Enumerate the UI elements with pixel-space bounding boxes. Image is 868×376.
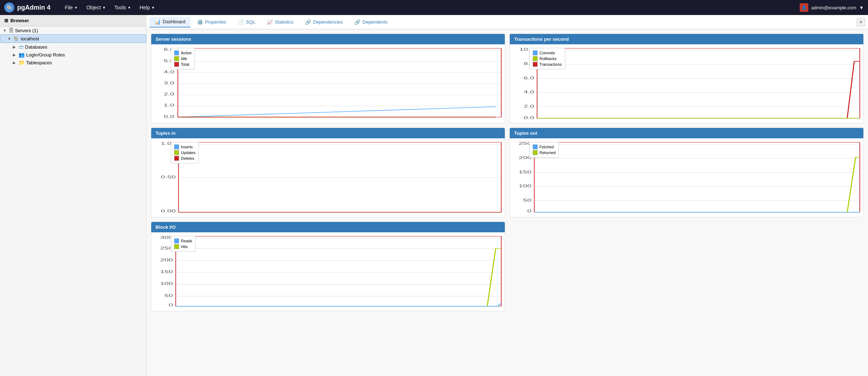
close-tab-button[interactable]: ✕ [857, 18, 865, 26]
tools-arrow-icon: ▼ [128, 6, 131, 10]
sql-tab-icon: 📄 [238, 19, 244, 25]
legend-item-hits: Hits [174, 244, 192, 249]
legend-item-active: Active [174, 50, 192, 55]
nav-file[interactable]: File ▼ [61, 3, 81, 12]
browser-icon: ⊞ [4, 18, 8, 23]
databases-expand-icon: ▶ [13, 45, 17, 49]
reads-label: Reads [181, 239, 192, 243]
tuples-in-body: 1.00 0.50 0.00 [151, 138, 505, 217]
hits-color [174, 244, 179, 249]
tuples-out-title: Tuples out [514, 130, 537, 136]
tab-statistics-label: Statistics [275, 19, 294, 25]
legend-item-updates: Updates [174, 150, 196, 155]
returned-label: Returned [539, 150, 556, 155]
dashboard-content: Server sessions 6.0 5.0 4.0 3.0 2.0 1.0 … [147, 29, 868, 376]
tab-sql-label: SQL [246, 19, 255, 25]
svg-text:0.50: 0.50 [161, 174, 176, 179]
tab-dashboard[interactable]: 📊 Dashboard [149, 17, 191, 28]
tab-dependencies[interactable]: 🔗 Dependencies [300, 17, 348, 27]
app-logo: 🐘 [4, 3, 14, 13]
commits-color [533, 50, 538, 55]
svg-rect-14 [178, 48, 501, 117]
localhost-expand-icon: ▼ [8, 37, 12, 41]
sidebar-item-localhost[interactable]: ▼ 🐘 localhost [0, 34, 146, 43]
active-label: Active [181, 51, 192, 55]
inserts-label: Inserts [181, 145, 193, 149]
block-io-chart: 300 250 200 150 100 50 0 [153, 234, 503, 309]
dashboard-tab-icon: 📊 [154, 19, 161, 25]
sidebar-item-login-roles[interactable]: ▶ 👥 Login/Group Roles [0, 51, 146, 59]
total-label: Total [181, 62, 189, 66]
reads-color [174, 238, 179, 243]
server-sessions-title: Server sessions [156, 36, 191, 42]
object-arrow-icon: ▼ [102, 6, 106, 10]
content-area: 📊 Dashboard ⚙️ Properties 📄 SQL 📈 Statis… [147, 15, 868, 376]
legend-item-commits: Commits [533, 50, 562, 55]
servers-node-icon: 🗄 [9, 28, 14, 33]
server-sessions-chart: 6.0 5.0 4.0 3.0 2.0 1.0 0.0 [153, 46, 503, 121]
tablespaces-label: Tablespaces [26, 60, 52, 65]
nav-tools[interactable]: Tools ▼ [111, 3, 135, 12]
tab-dependents[interactable]: 🔗 Dependents [349, 17, 393, 27]
legend-item-deletes: Deletes [174, 156, 196, 161]
total-color [174, 62, 179, 67]
statistics-tab-icon: 📈 [267, 19, 273, 25]
legend-item-idle: Idle [174, 56, 192, 61]
svg-text:0: 0 [169, 302, 173, 307]
svg-text:100: 100 [160, 281, 173, 286]
svg-text:50: 50 [164, 293, 173, 298]
main-layout: ⊞ Browser ▼ 🗄 Servers (1) ▼ 🐘 localhost … [0, 15, 868, 376]
tab-statistics[interactable]: 📈 Statistics [262, 17, 299, 27]
svg-text:150: 150 [160, 269, 173, 274]
legend-item-total: Total [174, 62, 192, 67]
svg-text:0.0: 0.0 [524, 115, 534, 120]
legend-item-transactions: Transactions [533, 62, 562, 67]
close-icon: ✕ [859, 20, 863, 25]
svg-text:6.0: 6.0 [524, 75, 534, 80]
servers-label: Servers (1) [15, 28, 38, 33]
tab-properties[interactable]: ⚙️ Properties [192, 17, 231, 27]
rollbacks-color [533, 56, 538, 61]
updates-label: Updates [181, 150, 196, 155]
svg-text:50: 50 [523, 198, 532, 202]
tab-dependents-label: Dependents [363, 19, 388, 25]
svg-text:3.0: 3.0 [164, 80, 174, 85]
file-arrow-icon: ▼ [74, 6, 78, 10]
tuples-out-legend: Fetched Returned [529, 142, 559, 158]
tab-bar: 📊 Dashboard ⚙️ Properties 📄 SQL 📈 Statis… [147, 15, 868, 29]
tablespaces-expand-icon: ▶ [13, 61, 17, 65]
login-roles-label: Login/Group Roles [26, 52, 65, 58]
tab-sql[interactable]: 📄 SQL [233, 17, 260, 27]
svg-text:2.0: 2.0 [164, 92, 174, 97]
legend-item-inserts: Inserts [174, 144, 196, 149]
localhost-node-icon: 🐘 [13, 36, 19, 41]
user-email: admin@example.com [811, 5, 856, 10]
svg-text:0.0: 0.0 [164, 114, 174, 119]
app-title: pgAdmin 4 [17, 4, 50, 11]
tuples-out-body: 250 200 150 100 50 0 [510, 138, 863, 217]
transactions-header: Transactions per second [510, 34, 863, 44]
user-avatar-icon: 👤 [800, 3, 808, 12]
idle-label: Idle [181, 56, 187, 61]
login-roles-expand-icon: ▶ [13, 53, 17, 57]
tablespaces-node-icon: 📁 [19, 60, 25, 65]
block-io-header: Block I/O [151, 222, 505, 232]
databases-label: Databases [25, 44, 47, 50]
fetched-label: Fetched [539, 145, 554, 149]
sidebar-item-databases[interactable]: ▶ 🗃 Databases [0, 43, 146, 51]
active-color [174, 50, 179, 55]
legend-item-reads: Reads [174, 238, 192, 243]
svg-text:0: 0 [527, 208, 532, 213]
sidebar-item-servers[interactable]: ▼ 🗄 Servers (1) [0, 26, 146, 34]
svg-text:0.00: 0.00 [161, 208, 176, 213]
sidebar: ⊞ Browser ▼ 🗄 Servers (1) ▼ 🐘 localhost … [0, 15, 147, 376]
sidebar-item-tablespaces[interactable]: ▶ 📁 Tablespaces [0, 59, 146, 66]
transactions-panel: Transactions per second 10.0 8.0 6.0 4.0… [509, 34, 864, 123]
svg-text:2.0: 2.0 [524, 104, 534, 108]
localhost-label: localhost [21, 36, 39, 41]
nav-object[interactable]: Object ▼ [83, 3, 109, 12]
tuples-in-panel: Tuples in 1.00 0.50 0.00 [151, 128, 505, 217]
svg-rect-47 [534, 142, 860, 212]
server-sessions-legend: Active Idle Total [171, 48, 195, 69]
nav-help[interactable]: Help ▼ [136, 3, 158, 12]
